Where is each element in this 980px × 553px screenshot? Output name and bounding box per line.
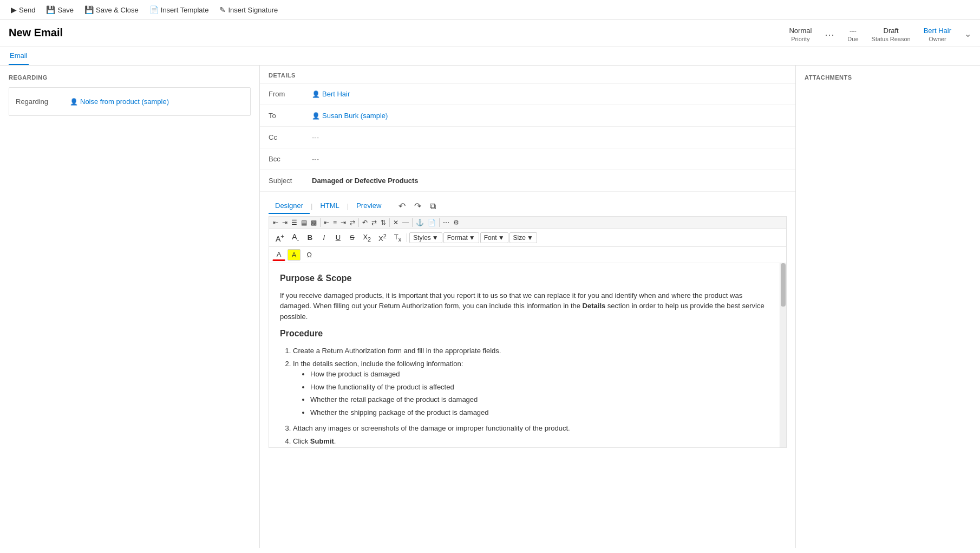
- to-icon: 👤: [312, 112, 320, 120]
- editor-scroll-content[interactable]: Purpose & Scope If you receive damaged p…: [269, 263, 780, 447]
- top-toolbar: ▶ Send 💾 Save 💾 Save & Close 📄 Insert Te…: [0, 0, 980, 20]
- styles-dropdown[interactable]: Styles ▼: [409, 232, 442, 243]
- details-panel: DETAILS From 👤 Bert Hair To 👤 Susan Burk…: [260, 66, 796, 548]
- insert-signature-button[interactable]: ✎ Insert Signature: [215, 3, 282, 16]
- list-item: Create a Return Authorization form and f…: [293, 346, 769, 356]
- editor-body[interactable]: Purpose & Scope If you receive damaged p…: [269, 263, 780, 447]
- fmt-decrease-indent[interactable]: ⇤: [271, 218, 280, 227]
- editor-heading2: Procedure: [280, 327, 769, 340]
- fmt-sep4: [412, 218, 413, 227]
- fmt-highlight-color[interactable]: A: [288, 249, 300, 261]
- expand-button[interactable]: ⌄: [964, 27, 971, 39]
- fmt-superscript[interactable]: X2: [375, 231, 390, 244]
- fmt-remove-format[interactable]: Tx: [391, 231, 404, 244]
- fmt-strikethrough[interactable]: S: [345, 232, 358, 243]
- fmt-dash[interactable]: —: [401, 218, 410, 227]
- fmt-clear[interactable]: ✕: [391, 218, 400, 227]
- fmt-bold[interactable]: B: [303, 232, 316, 243]
- cc-row: Cc ---: [260, 127, 795, 148]
- fmt-sep-main1: [407, 233, 407, 242]
- undo-button[interactable]: ↶: [396, 200, 408, 212]
- page-title: New Email: [9, 27, 63, 39]
- editor-sub-list: How the product is damaged How the funct…: [310, 369, 769, 418]
- editor-container: ⇤ ⇥ ☰ ▤ ▩ ⇤ ≡ ⇥ ⇄ ↶ ⇄ ⇅ ✕ —: [269, 217, 787, 448]
- to-row: To 👤 Susan Burk (sample): [260, 105, 795, 127]
- fmt-align-left[interactable]: ⇤: [322, 218, 331, 227]
- fmt-table3[interactable]: ▩: [309, 218, 318, 227]
- editor-actions: ↶ ↷ ⧉: [396, 200, 438, 212]
- fmt-decrease-font[interactable]: A-: [289, 231, 302, 244]
- list-item: Attach any images or screenshots of the …: [293, 423, 769, 434]
- fmt-special-char[interactable]: Ω: [303, 249, 316, 261]
- list-item: How the functionality of the product is …: [310, 382, 769, 393]
- redo-button[interactable]: ↷: [412, 200, 423, 212]
- editor-area: Designer | HTML | Preview ↶ ↷ ⧉ ⇤ ⇥: [260, 192, 795, 457]
- formatting-toolbar-main: A+ A- B I U S X2 X2 Tx Styles ▼ Format: [269, 229, 786, 247]
- from-icon: 👤: [312, 90, 320, 98]
- fmt-table[interactable]: ☰: [290, 218, 299, 227]
- more-options-button[interactable]: ⋯: [825, 27, 834, 41]
- save-button[interactable]: 💾 Save: [42, 3, 78, 16]
- list-item: Whether the shipping package of the prod…: [310, 407, 769, 418]
- tab-email[interactable]: Email: [9, 47, 29, 65]
- list-item: Click Submit.: [293, 436, 769, 447]
- fmt-align-right[interactable]: ⇥: [339, 218, 348, 227]
- scrollbar-track[interactable]: [780, 263, 786, 447]
- editor-tabs-row: Designer | HTML | Preview ↶ ↷ ⧉: [269, 196, 787, 217]
- fmt-sep2: [358, 218, 359, 227]
- scrollbar-thumb[interactable]: [781, 263, 786, 307]
- fullscreen-button[interactable]: ⧉: [428, 200, 438, 212]
- fmt-italic[interactable]: I: [317, 232, 330, 243]
- regarding-box: Regarding 👤 Noise from product (sample): [9, 87, 251, 116]
- fmt-underline[interactable]: U: [331, 232, 344, 243]
- contact-icon: 👤: [70, 98, 78, 106]
- regarding-label: Regarding: [16, 97, 70, 106]
- fmt-justify[interactable]: ⇄: [348, 218, 357, 227]
- to-value[interactable]: 👤 Susan Burk (sample): [312, 112, 787, 120]
- fmt-increase-font[interactable]: A+: [272, 231, 288, 245]
- fmt-source[interactable]: 📄: [426, 218, 437, 227]
- fmt-anchor[interactable]: ⚓: [414, 218, 426, 227]
- format-dropdown[interactable]: Format ▼: [443, 232, 479, 243]
- fmt-settings[interactable]: ⚙: [452, 218, 461, 227]
- size-dropdown[interactable]: Size ▼: [509, 232, 537, 243]
- list-item: Whether the retail package of the produc…: [310, 394, 769, 405]
- list-item: How the product is damaged: [310, 369, 769, 380]
- tab-html[interactable]: HTML: [313, 198, 345, 214]
- fmt-rtl[interactable]: ⇅: [379, 218, 388, 227]
- save-close-button[interactable]: 💾 Save & Close: [80, 3, 143, 16]
- from-value[interactable]: 👤 Bert Hair: [312, 90, 787, 98]
- bcc-row: Bcc ---: [260, 148, 795, 170]
- tab-designer[interactable]: Designer: [269, 198, 310, 214]
- owner-meta: Bert Hair Owner: [924, 27, 951, 42]
- editor-with-scrollbar: Purpose & Scope If you receive damaged p…: [269, 263, 786, 447]
- fmt-table2[interactable]: ▤: [299, 218, 309, 227]
- regarding-panel: REGARDING Regarding 👤 Noise from product…: [0, 66, 260, 548]
- fmt-undo2[interactable]: ↶: [361, 218, 369, 227]
- header-meta: Normal Priority ⋯ --- Due Draft Status R…: [789, 27, 971, 42]
- fmt-more[interactable]: ⋯: [441, 218, 451, 227]
- fmt-increase-indent[interactable]: ⇥: [280, 218, 289, 227]
- insert-template-button[interactable]: 📄 Insert Template: [145, 3, 213, 16]
- save-icon: 💾: [46, 5, 55, 14]
- fmt-sep3: [389, 218, 390, 227]
- priority-meta: Normal Priority: [789, 27, 812, 42]
- fmt-subscript[interactable]: X2: [360, 231, 374, 244]
- tab-preview[interactable]: Preview: [350, 198, 388, 214]
- signature-icon: ✎: [219, 5, 226, 14]
- bcc-value[interactable]: ---: [312, 155, 787, 163]
- subject-value[interactable]: Damaged or Defective Products: [312, 177, 787, 185]
- font-dropdown[interactable]: Font ▼: [480, 232, 508, 243]
- editor-proc-list: Create a Return Authorization form and f…: [293, 346, 769, 446]
- tab-bar: Email: [0, 47, 980, 66]
- cc-label: Cc: [269, 133, 312, 141]
- fmt-font-color[interactable]: A: [272, 249, 285, 261]
- send-button[interactable]: ▶ Send: [6, 3, 40, 16]
- editor-heading1: Purpose & Scope: [280, 272, 769, 285]
- regarding-section-title: REGARDING: [9, 74, 251, 81]
- cc-value[interactable]: ---: [312, 133, 787, 141]
- regarding-value[interactable]: 👤 Noise from product (sample): [70, 97, 169, 106]
- fmt-align-center[interactable]: ≡: [331, 218, 338, 227]
- fmt-ltr[interactable]: ⇄: [370, 218, 378, 227]
- formatting-toolbar-top: ⇤ ⇥ ☰ ▤ ▩ ⇤ ≡ ⇥ ⇄ ↶ ⇄ ⇅ ✕ —: [269, 217, 786, 229]
